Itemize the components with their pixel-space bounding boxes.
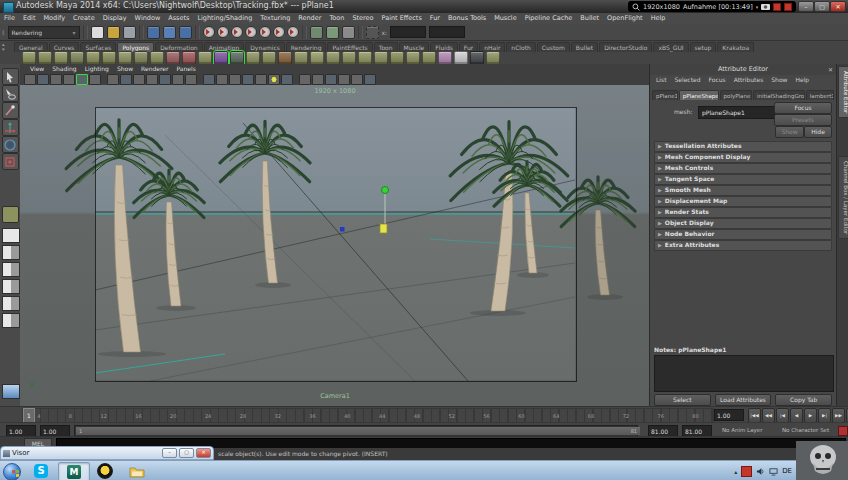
ae-menu-selected[interactable]: Selected <box>671 75 705 85</box>
recorder-widget[interactable]: 1920x1080 Aufnahme [00:13:49] ▾ <box>628 1 796 12</box>
shelf-combine-icon[interactable] <box>246 51 260 65</box>
shelf-helix-icon[interactable] <box>166 51 180 65</box>
menu-paint-effects[interactable]: Paint Effects <box>378 13 426 24</box>
viewport-toolbar-icon-11[interactable] <box>159 74 171 85</box>
layout-shortcut-4[interactable] <box>2 279 20 294</box>
viewport-toolbar-icon-21[interactable] <box>299 74 311 85</box>
viewport-toolbar-icon-15[interactable] <box>216 74 228 85</box>
selection-mask-icon-4[interactable] <box>245 26 257 38</box>
viewport-menu-renderer[interactable]: Renderer <box>137 64 172 74</box>
playback-button-7[interactable]: ▶▶ <box>832 408 845 423</box>
shelf-quad-draw-icon[interactable] <box>358 51 372 65</box>
show-button[interactable]: Show <box>775 126 804 138</box>
playback-button-5[interactable]: ▶ <box>804 408 817 423</box>
render-current-frame-icon[interactable] <box>326 26 339 39</box>
shelf-soccer-icon[interactable] <box>182 51 196 65</box>
viewport-toolbar-icon-8[interactable] <box>120 74 132 85</box>
tab-attribute-editor[interactable]: Attribute Editor <box>838 66 848 118</box>
taskbar-maya-button[interactable]: M <box>58 462 90 480</box>
playback-button-4[interactable]: ◀ <box>790 408 803 423</box>
viewport-menu-panels[interactable]: Panels <box>172 64 199 74</box>
time-slider[interactable]: 48121620242832364044485256606468727680 1… <box>0 406 848 423</box>
anim-layer-label[interactable]: No Anim Layer <box>722 427 762 433</box>
ae-menu-attributes[interactable]: Attributes <box>730 75 768 85</box>
ae-section-smooth-mesh[interactable]: ▶Smooth Mesh <box>654 185 832 196</box>
shelf-cone-icon[interactable] <box>70 51 84 65</box>
tray-record-icon[interactable] <box>741 466 752 477</box>
menu-window[interactable]: Window <box>131 13 165 24</box>
layout-shortcut-1[interactable] <box>2 228 20 243</box>
taskbar-capture-button[interactable] <box>90 462 120 480</box>
construction-history-icon[interactable] <box>310 26 323 39</box>
selection-mask-icon-1[interactable] <box>203 26 215 38</box>
shelf-pipe-icon[interactable] <box>150 51 164 65</box>
menu-set-dropdown[interactable]: Rendering▾ <box>8 26 80 39</box>
selection-mask-icon-5[interactable] <box>259 26 271 38</box>
visor-close-button[interactable]: ✕ <box>196 448 211 458</box>
shelf-separate-icon[interactable] <box>262 51 276 65</box>
current-time-field[interactable]: 1.00 <box>714 409 744 421</box>
shelf-bridge-icon[interactable] <box>470 51 484 65</box>
shelf-pyramid-icon[interactable] <box>134 51 148 65</box>
shelf-platonic-icon[interactable] <box>198 51 212 65</box>
viewport-toolbar-icon-1[interactable] <box>24 74 36 85</box>
tray-expand-icon[interactable]: ▴ <box>734 468 737 475</box>
viewport-toolbar-icon-20[interactable] <box>281 74 293 85</box>
hide-button[interactable]: Hide <box>804 126 832 138</box>
shelf-sphere-icon[interactable] <box>22 51 36 65</box>
tab-channel-box[interactable]: Channel Box / Layer Editor <box>838 156 848 239</box>
focus-button[interactable]: Focus <box>774 102 832 114</box>
statusline-collapse-icon[interactable]: ‖ <box>2 29 5 35</box>
select-tool[interactable] <box>2 68 19 85</box>
menu-help[interactable]: Help <box>647 13 670 24</box>
save-scene-icon[interactable] <box>123 26 136 39</box>
attribute-editor-title[interactable]: Attribute Editor <box>650 64 836 75</box>
speaker-icon[interactable] <box>756 467 765 476</box>
viewport-toolbar-icon-2[interactable] <box>37 74 49 85</box>
move-tool[interactable] <box>2 119 19 136</box>
ae-section-extra-attributes[interactable]: ▶Extra Attributes <box>654 240 832 251</box>
shelf-boolean-icon[interactable] <box>294 51 308 65</box>
ae-menu-focus[interactable]: Focus <box>705 75 730 85</box>
minimize-button[interactable]: – <box>798 1 814 12</box>
layout-shortcut-2[interactable] <box>2 245 20 260</box>
open-scene-icon[interactable] <box>107 26 120 39</box>
range-slider-handle[interactable]: 1 81 <box>76 427 640 435</box>
ae-section-mesh-controls[interactable]: ▶Mesh Controls <box>654 163 832 174</box>
stop-button-icon[interactable] <box>784 3 792 11</box>
ae-section-node-behavior[interactable]: ▶Node Behavior <box>654 229 832 240</box>
shelf-prism-icon[interactable] <box>118 51 132 65</box>
shelf-tab-custom[interactable]: Custom <box>537 42 570 52</box>
playback-button-6[interactable]: ▶| <box>818 408 831 423</box>
viewport-canvas[interactable]: 1920 x 1080 Camera1 <box>20 85 649 406</box>
load-attributes-button[interactable]: Load Attributes <box>715 394 772 406</box>
ae-section-displacement-map[interactable]: ▶Displacement Map <box>654 196 832 207</box>
auto-key-icon[interactable] <box>838 426 848 436</box>
ae-menu-show[interactable]: Show <box>767 75 791 85</box>
viewport-toolbar-icon-14[interactable] <box>203 74 215 85</box>
layout-shortcut-5[interactable] <box>2 296 20 311</box>
snap-grid-icon[interactable] <box>147 26 160 39</box>
viewport-toolbar-icon-24[interactable] <box>338 74 350 85</box>
viewport-toolbar-icon-9[interactable] <box>133 74 145 85</box>
viewport-toolbar-icon-19[interactable] <box>268 74 280 85</box>
presets-button[interactable]: Presets <box>774 114 832 126</box>
layout-shortcut-3[interactable] <box>2 262 20 277</box>
layout-shortcut-6[interactable] <box>2 313 20 328</box>
menu-pipeline-cache[interactable]: Pipeline Cache <box>521 13 577 24</box>
menu-stereo[interactable]: Stereo <box>348 13 377 24</box>
viewport-toolbar-icon-4[interactable] <box>63 74 75 85</box>
menu-render[interactable]: Render <box>294 13 325 24</box>
copy-tab-button[interactable]: Copy Tab <box>775 394 832 406</box>
rotate-tool[interactable] <box>2 136 19 153</box>
shelf-scroll-arrows[interactable]: ▴▾ <box>2 42 12 62</box>
taskbar-skype-button[interactable]: S <box>26 462 56 480</box>
viewport-toolbar-icon-3[interactable] <box>50 74 62 85</box>
viewport-toolbar-icon-16[interactable] <box>229 74 241 85</box>
shelf-smooth-icon[interactable] <box>310 51 324 65</box>
menu-modify[interactable]: Modify <box>39 13 69 24</box>
shelf-tab-directorstudio[interactable]: DirectorStudio <box>599 42 652 52</box>
last-tool-icon[interactable] <box>2 206 19 223</box>
viewport-toolbar-icon-7[interactable] <box>107 74 119 85</box>
menu-bonus-tools[interactable]: Bonus Tools <box>444 13 490 24</box>
